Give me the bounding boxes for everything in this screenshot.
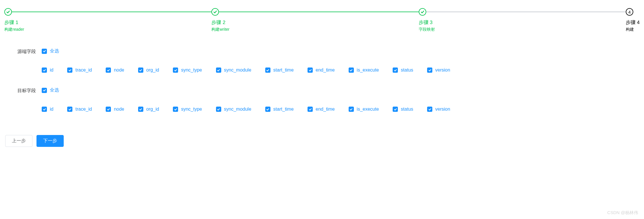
checkbox-label: node xyxy=(114,107,124,112)
checkbox-checked-icon xyxy=(106,107,111,112)
step-line xyxy=(12,12,211,12)
checkbox-checked-icon xyxy=(42,49,47,54)
source-field-checkbox[interactable]: org_id xyxy=(138,67,159,73)
checkbox-label: sync_module xyxy=(224,107,251,112)
step-title: 步骤 3 xyxy=(419,19,626,26)
target-field-checkbox[interactable]: trace_id xyxy=(67,107,92,112)
target-field-checkbox[interactable]: end_time xyxy=(308,107,335,112)
target-field-checkbox[interactable]: status xyxy=(393,107,413,112)
checkbox-label: org_id xyxy=(146,67,159,73)
checkbox-checked-icon xyxy=(67,67,72,73)
target-field-checkbox[interactable]: id xyxy=(42,107,53,112)
checkbox-label: id xyxy=(50,107,53,112)
checkbox-checked-icon xyxy=(265,107,270,112)
target-field-checkbox[interactable]: sync_type xyxy=(173,107,202,112)
steps-stepper: 步骤 1 构建reader 步骤 2 构建writer 步骤 3 字段映射 xyxy=(4,6,640,32)
checkbox-label: version xyxy=(435,107,450,112)
checkbox-label: 全选 xyxy=(50,48,59,54)
source-field-checkbox[interactable]: status xyxy=(393,67,413,73)
step-desc: 构建writer xyxy=(211,27,418,32)
checkbox-checked-icon xyxy=(216,67,221,73)
checkbox-label: start_time xyxy=(273,107,294,112)
step-line xyxy=(426,12,626,12)
checkbox-label: version xyxy=(435,67,450,73)
target-fields-label: 目标字段 xyxy=(17,87,42,94)
checkbox-label: end_time xyxy=(316,67,335,73)
step-title: 步骤 2 xyxy=(211,19,418,26)
checkbox-checked-icon xyxy=(308,107,313,112)
checkbox-checked-icon xyxy=(173,107,178,112)
target-select-all-checkbox[interactable]: 全选 xyxy=(42,87,59,93)
source-field-checkbox[interactable]: node xyxy=(106,67,124,73)
checkbox-checked-icon xyxy=(42,88,47,93)
checkbox-label: 全选 xyxy=(50,87,59,93)
checkbox-checked-icon xyxy=(138,67,143,73)
source-fields-block: 源端字段 全选 idtrace_idnodeorg_idsync_typesyn… xyxy=(4,48,640,76)
source-field-checkbox[interactable]: is_execute xyxy=(349,67,379,73)
check-icon xyxy=(419,8,426,16)
step-desc: 构建 xyxy=(626,27,640,32)
checkbox-checked-icon xyxy=(349,107,354,112)
checkbox-checked-icon xyxy=(393,107,398,112)
target-field-checkbox[interactable]: org_id xyxy=(138,107,159,112)
checkbox-checked-icon xyxy=(349,67,354,73)
target-field-checkbox[interactable]: version xyxy=(427,107,450,112)
checkbox-checked-icon xyxy=(216,107,221,112)
checkbox-label: is_execute xyxy=(357,67,379,73)
step-line xyxy=(219,12,418,12)
source-field-checkbox[interactable]: sync_module xyxy=(216,67,251,73)
checkbox-label: node xyxy=(114,67,124,73)
checkbox-label: id xyxy=(50,67,53,73)
target-field-checkbox[interactable]: sync_module xyxy=(216,107,251,112)
source-field-checkbox[interactable]: version xyxy=(427,67,450,73)
source-select-all-checkbox[interactable]: 全选 xyxy=(42,48,59,54)
next-button[interactable]: 下一步 xyxy=(36,135,64,147)
checkbox-label: trace_id xyxy=(75,107,92,112)
checkbox-label: status xyxy=(401,107,413,112)
check-icon xyxy=(211,8,219,16)
step-2: 步骤 2 构建writer xyxy=(211,8,418,32)
checkbox-checked-icon xyxy=(427,107,432,112)
source-fields-label: 源端字段 xyxy=(17,48,42,55)
target-fields-block: 目标字段 全选 idtrace_idnodeorg_idsync_typesyn… xyxy=(4,87,640,115)
checkbox-label: org_id xyxy=(146,107,159,112)
checkbox-label: sync_type xyxy=(181,67,202,73)
checkbox-checked-icon xyxy=(42,107,47,112)
checkbox-label: start_time xyxy=(273,67,294,73)
step-desc: 构建reader xyxy=(4,27,211,32)
checkbox-checked-icon xyxy=(427,67,432,73)
checkbox-label: end_time xyxy=(316,107,335,112)
source-field-checkbox[interactable]: id xyxy=(42,67,53,73)
source-field-checkbox[interactable]: trace_id xyxy=(67,67,92,73)
checkbox-checked-icon xyxy=(393,67,398,73)
checkbox-label: status xyxy=(401,67,413,73)
watermark-text: CSDN @杨林伟 xyxy=(607,210,638,216)
checkbox-checked-icon xyxy=(138,107,143,112)
checkbox-label: sync_type xyxy=(181,107,202,112)
checkbox-checked-icon xyxy=(173,67,178,73)
target-fields-list: idtrace_idnodeorg_idsync_typesync_module… xyxy=(42,107,640,115)
checkbox-label: sync_module xyxy=(224,67,251,73)
step-number-icon: 4 xyxy=(626,8,633,16)
source-field-checkbox[interactable]: end_time xyxy=(308,67,335,73)
checkbox-label: is_execute xyxy=(357,107,379,112)
checkbox-checked-icon xyxy=(106,67,111,73)
step-4: 4 步骤 4 构建 xyxy=(626,8,640,32)
checkbox-checked-icon xyxy=(308,67,313,73)
checkbox-checked-icon xyxy=(42,67,47,73)
check-icon xyxy=(4,8,12,16)
step-1: 步骤 1 构建reader xyxy=(4,8,211,32)
source-fields-list: idtrace_idnodeorg_idsync_typesync_module… xyxy=(42,67,640,76)
prev-button[interactable]: 上一步 xyxy=(5,135,32,147)
step-title: 步骤 1 xyxy=(4,19,211,26)
step-3: 步骤 3 字段映射 xyxy=(419,8,626,32)
checkbox-label: trace_id xyxy=(75,67,92,73)
checkbox-checked-icon xyxy=(265,67,270,73)
target-field-checkbox[interactable]: node xyxy=(106,107,124,112)
source-field-checkbox[interactable]: sync_type xyxy=(173,67,202,73)
step-desc: 字段映射 xyxy=(419,27,626,32)
target-field-checkbox[interactable]: start_time xyxy=(265,107,294,112)
target-field-checkbox[interactable]: is_execute xyxy=(349,107,379,112)
step-title: 步骤 4 xyxy=(626,19,640,26)
source-field-checkbox[interactable]: start_time xyxy=(265,67,294,73)
